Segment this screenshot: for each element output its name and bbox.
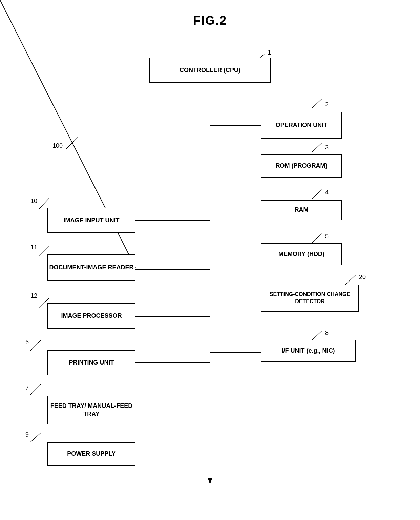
power-supply-box: POWER SUPPLY	[47, 442, 135, 466]
ref-5: 5	[325, 233, 329, 240]
printing-box: PRINTING UNIT	[47, 350, 135, 375]
ref-7: 7	[25, 384, 29, 392]
setting-change-box: SETTING-CONDITION CHANGE DETECTOR	[261, 285, 359, 312]
rom-box: ROM (PROGRAM)	[261, 154, 342, 178]
ref-8: 8	[325, 330, 329, 337]
svg-line-26	[312, 190, 322, 199]
ref-4: 4	[325, 189, 329, 196]
ref-2: 2	[325, 101, 329, 108]
fig-title: FIG.2	[193, 14, 227, 28]
printing-label: PRINTING UNIT	[69, 359, 114, 367]
ref-20: 20	[359, 274, 366, 281]
svg-marker-2	[208, 478, 212, 484]
memory-box: MEMORY (HDD)	[261, 243, 342, 265]
if-unit-box: I/F UNIT (e.g., NIC)	[261, 340, 356, 362]
svg-line-24	[312, 99, 322, 108]
image-input-label: IMAGE INPUT UNIT	[64, 216, 120, 224]
ref-6: 6	[25, 339, 29, 346]
svg-line-20	[30, 340, 41, 351]
ref-12: 12	[30, 292, 37, 299]
image-input-box: IMAGE INPUT UNIT	[47, 208, 135, 233]
svg-line-28	[345, 275, 356, 285]
ref-11: 11	[30, 244, 37, 251]
image-proc-label: IMAGE PROCESSOR	[61, 312, 122, 320]
ref-1: 1	[268, 49, 271, 56]
ram-label: RAM	[295, 206, 309, 214]
controller-box: CONTROLLER (CPU)	[149, 58, 271, 83]
ref-9: 9	[25, 431, 29, 438]
svg-line-22	[30, 433, 41, 442]
feed-tray-label: FEED TRAY/ MANUAL-FEED TRAY	[48, 402, 135, 418]
doc-reader-label: DOCUMENT-IMAGE READER	[49, 264, 133, 271]
svg-line-16	[66, 137, 78, 149]
ref-10: 10	[30, 197, 37, 205]
feed-tray-box: FEED TRAY/ MANUAL-FEED TRAY	[47, 396, 135, 424]
ram-box: RAM	[261, 200, 342, 220]
svg-line-25	[312, 143, 322, 152]
svg-line-27	[312, 234, 322, 243]
controller-label: CONTROLLER (CPU)	[180, 66, 240, 74]
operation-unit-box: OPERATION UNIT	[261, 112, 342, 139]
image-proc-box: IMAGE PROCESSOR	[47, 303, 135, 329]
memory-label: MEMORY (HDD)	[278, 250, 324, 258]
diagram: FIG.2 100 CONTROLLER (CPU) 1 OPERATION U…	[0, 0, 420, 520]
setting-change-label: SETTING-CONDITION CHANGE DETECTOR	[261, 291, 358, 305]
if-unit-label: I/F UNIT (e.g., NIC)	[282, 347, 335, 355]
ref-3: 3	[325, 144, 329, 151]
rom-label: ROM (PROGRAM)	[276, 162, 328, 170]
svg-line-29	[312, 331, 322, 340]
power-supply-label: POWER SUPPLY	[67, 450, 115, 458]
operation-unit-label: OPERATION UNIT	[276, 121, 328, 129]
doc-reader-box: DOCUMENT-IMAGE READER	[47, 254, 135, 281]
svg-line-21	[30, 384, 41, 395]
ref-100: 100	[52, 142, 63, 149]
